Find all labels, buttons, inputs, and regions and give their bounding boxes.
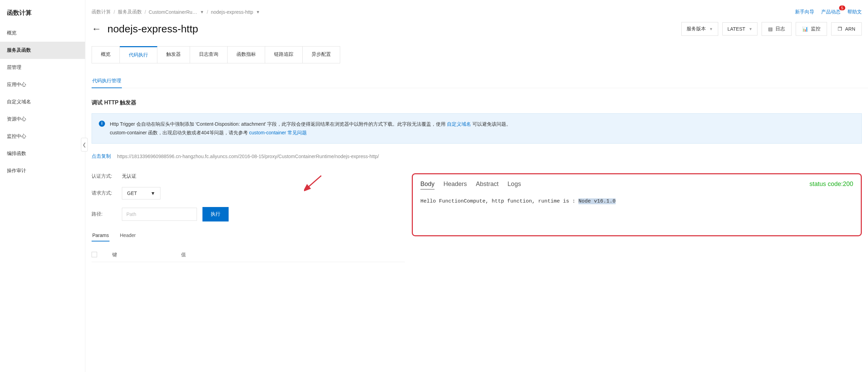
chevron-down-icon: ▼: [749, 27, 753, 31]
back-arrow-icon[interactable]: ←: [92, 23, 101, 34]
tab-async[interactable]: 异步配置: [303, 46, 340, 63]
help-link[interactable]: 帮助文: [847, 9, 862, 15]
sidebar: 函数计算 概览 服务及函数 层管理 应用中心 自定义域名 资源中心 监控中心 编…: [0, 0, 85, 372]
section-title: 调试 HTTP 触发器: [92, 99, 868, 106]
url-row: 点击复制 https://1813396960988596.cn-hangzho…: [92, 153, 868, 159]
runtime-highlight: Node v16.1.0: [578, 198, 616, 204]
chart-icon: 📊: [802, 26, 808, 32]
method-label: 请求方式:: [92, 190, 116, 196]
info-icon: i: [99, 121, 105, 127]
result-tab-headers[interactable]: Headers: [443, 180, 467, 189]
monitor-label: 监控: [811, 26, 820, 32]
auth-value: 无认证: [122, 173, 136, 179]
copy-url-link[interactable]: 点击复制: [92, 153, 111, 159]
tab-header[interactable]: Header: [119, 230, 136, 241]
top-links: 新手向导 产品动态 5 帮助文: [795, 9, 862, 15]
sidebar-item-resources[interactable]: 资源中心: [0, 111, 85, 128]
header-row: ← nodejs-express-http 服务版本 ▼ LATEST ▼ ▤ …: [92, 22, 868, 36]
response-body: Hello FunctionCompute, http function, ru…: [420, 198, 853, 204]
crumb-function-name[interactable]: nodejs-express-http: [211, 9, 253, 15]
breadcrumb: 函数计算 / 服务及函数 / CustomContainerRu… ▼ / no…: [92, 0, 868, 22]
chevron-down-icon: ▼: [709, 27, 713, 31]
result-tab-body[interactable]: Body: [420, 180, 435, 189]
tab-tracing[interactable]: 链路追踪: [265, 46, 303, 63]
sidebar-item-apps[interactable]: 应用中心: [0, 76, 85, 93]
function-tabs: 概览 代码执行 触发器 日志查询 函数指标 链路追踪 异步配置: [92, 46, 340, 63]
chevron-down-icon[interactable]: ▼: [200, 10, 204, 14]
sidebar-item-audit[interactable]: 操作审计: [0, 162, 85, 179]
arn-button[interactable]: ❐ ARN: [831, 22, 862, 35]
params-table-header: 键 值: [92, 248, 405, 262]
page-title: nodejs-express-http: [107, 23, 198, 35]
sidebar-item-layers[interactable]: 层管理: [0, 59, 85, 76]
crumb-services[interactable]: 服务及函数: [118, 9, 142, 15]
info-box: i Http Trigger 会自动在响应头中强制添加 'Content-Dis…: [92, 113, 862, 144]
sidebar-title: 函数计算: [0, 0, 85, 24]
copy-icon: ❐: [838, 26, 842, 32]
result-tab-abstract[interactable]: Abstract: [476, 180, 499, 189]
chevron-down-icon[interactable]: ▼: [256, 10, 260, 14]
crumb-sep: /: [145, 9, 146, 15]
sidebar-item-orchestrate[interactable]: 编排函数: [0, 145, 85, 162]
sub-tabs: 代码执行管理: [92, 74, 868, 88]
tab-params[interactable]: Params: [92, 230, 109, 241]
auth-label: 认证方式:: [92, 173, 116, 179]
trigger-url: https://1813396960988596.cn-hangzhou.fc.…: [117, 154, 379, 159]
info-text: Http Trigger 会自动在响应头中强制添加 'Content-Dispo…: [110, 120, 511, 137]
latest-label: LATEST: [728, 26, 745, 32]
guide-link[interactable]: 新手向导: [795, 9, 814, 15]
sidebar-item-overview[interactable]: 概览: [0, 24, 85, 42]
tab-triggers[interactable]: 触发器: [157, 46, 190, 63]
subtab-code-mgmt[interactable]: 代码执行管理: [92, 74, 122, 88]
col-key: 键: [112, 252, 181, 258]
version-label: 服务版本: [687, 26, 706, 32]
tab-code[interactable]: 代码执行: [120, 46, 157, 63]
news-badge: 5: [839, 6, 845, 10]
request-form: 认证方式: 无认证 请求方式: GET ▼ 路径: 执行 Params: [92, 173, 405, 262]
version-dropdown[interactable]: 服务版本 ▼: [681, 22, 718, 36]
faq-link[interactable]: custom-container 常见问题: [249, 130, 307, 135]
crumb-sep: /: [207, 9, 208, 15]
status-code: status code:200: [809, 180, 853, 188]
arn-label: ARN: [845, 26, 855, 32]
sidebar-item-domains[interactable]: 自定义域名: [0, 93, 85, 111]
col-val: 值: [181, 252, 405, 258]
sidebar-item-monitor[interactable]: 监控中心: [0, 128, 85, 145]
crumb-root[interactable]: 函数计算: [92, 9, 111, 15]
latest-dropdown[interactable]: LATEST ▼: [722, 22, 758, 35]
result-tab-logs[interactable]: Logs: [508, 180, 521, 189]
tab-overview[interactable]: 概览: [92, 46, 120, 63]
result-panel: Body Headers Abstract Logs status code:2…: [412, 173, 862, 236]
log-button[interactable]: ▤ 日志: [762, 22, 792, 36]
tab-metrics[interactable]: 函数指标: [228, 46, 265, 63]
custom-domain-link[interactable]: 自定义域名: [447, 121, 471, 127]
method-select[interactable]: GET ▼: [122, 187, 160, 199]
select-all-checkbox[interactable]: [92, 252, 97, 257]
monitor-button[interactable]: 📊 监控: [796, 22, 827, 36]
crumb-service-name[interactable]: CustomContainerRu…: [149, 9, 197, 15]
news-link-label: 产品动态: [821, 9, 840, 14]
sidebar-item-services[interactable]: 服务及函数: [0, 42, 85, 59]
param-tabs: Params Header: [92, 230, 405, 241]
news-link[interactable]: 产品动态 5: [821, 9, 840, 15]
log-label: 日志: [775, 26, 785, 32]
crumb-sep: /: [114, 9, 115, 15]
path-input[interactable]: [122, 208, 197, 221]
tab-logs[interactable]: 日志查询: [190, 46, 228, 63]
chevron-down-icon: ▼: [150, 190, 155, 196]
path-label: 路径:: [92, 211, 116, 217]
method-value: GET: [127, 190, 137, 196]
log-icon: ▤: [768, 26, 773, 32]
main-content: 新手向导 产品动态 5 帮助文 函数计算 / 服务及函数 / CustomCon…: [85, 0, 868, 372]
execute-button[interactable]: 执行: [202, 207, 229, 221]
